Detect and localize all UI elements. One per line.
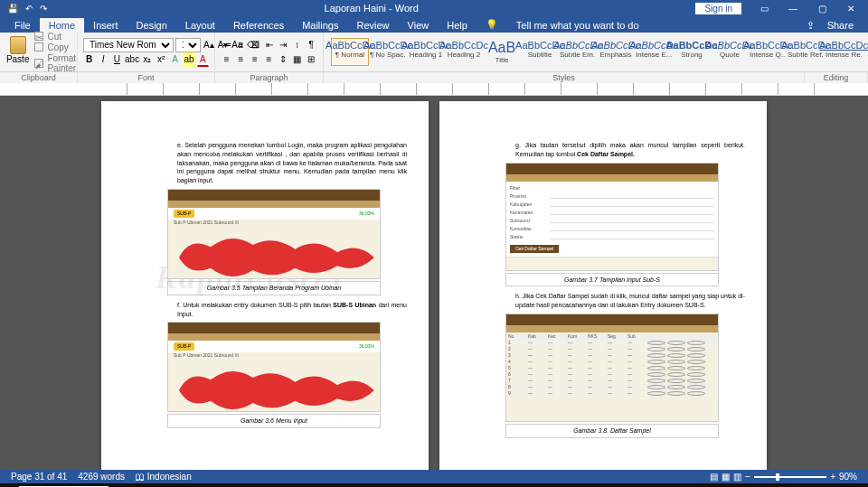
cut-icon: ✂: [34, 32, 43, 41]
group-label-clipboard: Clipboard: [0, 72, 78, 83]
font-color-button[interactable]: A: [197, 52, 209, 67]
figure-input-subs: Filter Provinsi Kabupaten Kecamatan Subr…: [505, 163, 719, 271]
map-icon: [168, 359, 380, 422]
paste-button[interactable]: Paste: [1, 34, 35, 70]
italic-button[interactable]: I: [97, 52, 108, 67]
indent-dec-button[interactable]: ⇤: [263, 38, 276, 52]
view-print-icon[interactable]: ▦: [722, 472, 730, 482]
zoom-level[interactable]: 90%: [839, 472, 857, 482]
document-area[interactable]: RapidFastPr e. Setelah pengguna menekan …: [0, 96, 868, 470]
bullets-button[interactable]: ≔: [221, 38, 233, 52]
zoom-in-button[interactable]: +: [830, 472, 835, 482]
cut-button[interactable]: ✂Cut: [34, 32, 76, 42]
share-button[interactable]: Share: [818, 18, 863, 33]
tab-view[interactable]: View: [399, 18, 439, 33]
group-label-editing: Editing: [805, 72, 868, 83]
map-icon: [168, 226, 380, 289]
share-icon[interactable]: ⇪: [807, 20, 815, 32]
indent-inc-button[interactable]: ⇥: [277, 38, 289, 52]
tab-insert[interactable]: Insert: [84, 18, 127, 33]
signin-button[interactable]: Sign in: [695, 3, 741, 14]
group-label-font: Font: [78, 72, 215, 83]
align-center-button[interactable]: ≡: [235, 52, 248, 67]
cut-label: Cut: [47, 32, 61, 42]
font-size-select[interactable]: 14: [175, 38, 201, 52]
paragraph-h: h. Jika Cek Daftar Sampel sudah di klik,…: [479, 292, 745, 310]
zoom-out-button[interactable]: −: [745, 472, 750, 482]
underline-button[interactable]: U: [111, 52, 123, 67]
tab-review[interactable]: Review: [348, 18, 399, 33]
numbering-button[interactable]: ≡: [235, 38, 248, 52]
group-label-paragraph: Paragraph: [215, 72, 324, 83]
copy-icon: [34, 42, 43, 52]
view-web-icon[interactable]: ▥: [733, 472, 741, 482]
align-right-button[interactable]: ≡: [249, 52, 261, 67]
paragraph-g: g. Jika tautan tersebut dipilih maka aka…: [479, 141, 745, 159]
format-painter-icon: 🖌: [34, 59, 43, 68]
justify-button[interactable]: ≡: [263, 52, 276, 67]
paste-icon: [10, 36, 26, 54]
ruler[interactable]: [0, 83, 868, 96]
figure-menu-input: SUB-P 36.03% Sub P Ubinan 2021 Subround …: [167, 322, 381, 412]
group-label-styles: Styles: [324, 72, 805, 83]
text-effects-button[interactable]: A: [169, 52, 181, 67]
subscript-button[interactable]: x₂: [141, 52, 153, 67]
tab-references[interactable]: References: [224, 18, 293, 33]
word-count[interactable]: 4269 words: [72, 472, 130, 482]
ribbon-options-icon[interactable]: ▭: [750, 0, 778, 16]
align-left-button[interactable]: ≡: [221, 52, 233, 67]
maximize-icon[interactable]: ▢: [808, 0, 835, 16]
format-painter-label: Format Painter: [47, 53, 76, 73]
line-spacing-button[interactable]: ⇕: [277, 52, 289, 67]
figure-daftar-sampel: NoKabKecKomNKSSegSub 1—————— 2—————— 3——…: [505, 314, 719, 422]
paragraph-e: e. Setelah pengguna menekan tombol Login…: [141, 141, 407, 185]
bold-button[interactable]: B: [83, 52, 95, 67]
tellme-icon[interactable]: 💡: [476, 17, 507, 33]
strike-button[interactable]: abc: [125, 52, 139, 67]
redo-icon[interactable]: ↷: [40, 4, 47, 14]
document-title: Laporan Haini - Word: [47, 3, 695, 14]
multilevel-button[interactable]: ⊟: [249, 38, 261, 52]
styles-gallery[interactable]: AaBbCcDc¶ Normal AaBbCcDc¶ No Spac... Aa…: [329, 36, 864, 68]
superscript-button[interactable]: x²: [156, 52, 167, 67]
show-marks-button[interactable]: ¶: [305, 38, 317, 52]
save-icon[interactable]: 💾: [7, 4, 18, 14]
minimize-icon[interactable]: —: [779, 0, 807, 16]
view-read-icon[interactable]: ▤: [710, 472, 718, 482]
font-name-select[interactable]: Times New Roma: [83, 38, 174, 52]
language-status[interactable]: 🕮 Indonesian: [130, 472, 197, 482]
paragraph-f: f. Untuk melakukan entry dokumen SUB-S p…: [141, 301, 407, 319]
tab-design[interactable]: Design: [127, 18, 176, 33]
format-painter-button[interactable]: 🖌Format Painter: [34, 53, 76, 73]
tab-tellme[interactable]: Tell me what you want to do: [507, 18, 648, 33]
sort-button[interactable]: ↕: [291, 38, 304, 52]
figure-beranda: SUB-P 36.03% Sub P Ubinan 2021 Subround …: [167, 189, 381, 279]
page-right[interactable]: g. Jika tautan tersebut dipilih maka aka…: [439, 101, 767, 470]
copy-button[interactable]: Copy: [34, 42, 76, 52]
undo-icon[interactable]: ↶: [25, 4, 33, 14]
page-left[interactable]: RapidFastPr e. Setelah pengguna menekan …: [101, 101, 429, 470]
zoom-slider[interactable]: [754, 476, 826, 478]
copy-label: Copy: [47, 42, 68, 52]
grow-font-button[interactable]: A▴: [203, 38, 215, 52]
tab-mailings[interactable]: Mailings: [293, 18, 347, 33]
style-intense-re[interactable]: AaBbCcDcIntense Re...: [825, 38, 863, 66]
tab-help[interactable]: Help: [438, 18, 476, 33]
border-button[interactable]: ⊞: [305, 52, 317, 67]
page-status[interactable]: Page 31 of 41: [5, 472, 72, 482]
caption-4: Gambar 3.8. Daftar Sampel: [505, 424, 719, 438]
style-heading2[interactable]: AaBbCcDcHeading 2: [445, 38, 483, 66]
tab-layout[interactable]: Layout: [176, 18, 224, 33]
shading-button[interactable]: ▦: [291, 52, 304, 67]
close-icon[interactable]: ✕: [837, 0, 864, 16]
paste-label: Paste: [6, 54, 30, 64]
highlight-button[interactable]: ab: [183, 52, 194, 67]
